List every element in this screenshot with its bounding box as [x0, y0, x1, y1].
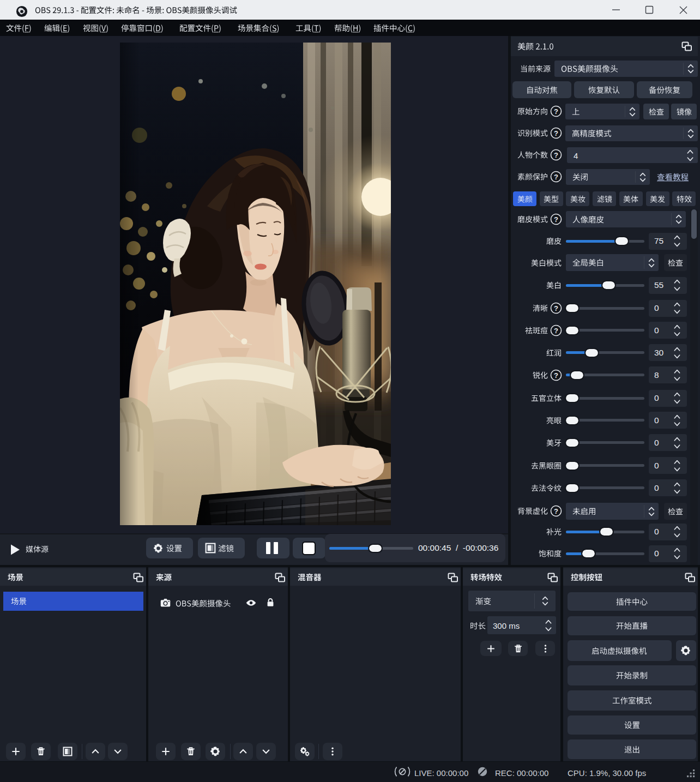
svg-text:?: ?: [554, 129, 558, 137]
svg-text:?: ?: [554, 371, 558, 379]
svg-text:?: ?: [554, 304, 558, 312]
svg-text:?: ?: [554, 507, 558, 515]
svg-text:?: ?: [554, 151, 558, 159]
svg-text:?: ?: [554, 326, 558, 334]
svg-text:?: ?: [554, 173, 558, 181]
svg-text:?: ?: [554, 215, 558, 224]
svg-text:?: ?: [554, 107, 558, 116]
